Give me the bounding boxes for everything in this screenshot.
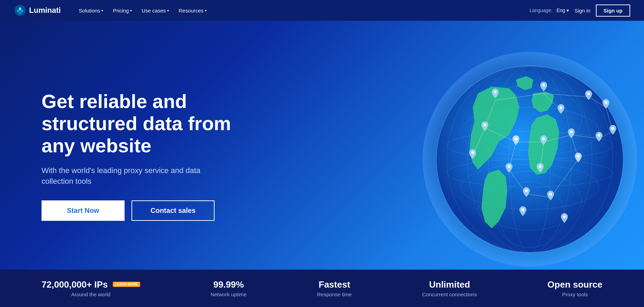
hero-text: Get reliable and structured data from an… [42,90,256,221]
stat-connections: Unlimited Concurrent connections [422,279,477,297]
nav-pricing[interactable]: Pricing ▾ [109,5,136,16]
learn-more-badge[interactable]: LEARN MORE [113,282,140,287]
contact-sales-button[interactable]: Contact sales [131,200,215,221]
stat-connections-value: Unlimited [422,279,477,290]
nav-solutions[interactable]: Solutions ▾ [75,5,108,16]
stat-ips-value: 72,000,000+ IPs [42,279,108,290]
hero-buttons: Start Now Contact sales [42,200,256,221]
start-now-button[interactable]: Start Now [42,200,125,221]
stat-uptime-value: 99.99% [210,279,246,290]
hero-subtitle: With the world's leading proxy service a… [42,165,221,187]
chevron-down-icon: ▾ [167,9,169,12]
svg-point-50 [539,165,542,168]
svg-point-54 [563,215,566,218]
stat-uptime: 99.99% Network uptime [210,279,246,297]
nav-use-cases[interactable]: Use cases ▾ [137,5,173,16]
stat-response: Fastest Response time [317,279,352,297]
stat-tools-label: Proxy tools [547,291,602,297]
stat-ips: 72,000,000+ IPs LEARN MORE Around the wo… [42,279,140,297]
nav-links: Solutions ▾ Pricing ▾ Use cases ▾ Resour… [75,5,529,16]
logo-text: Luminati [29,6,61,15]
chevron-down-icon: ▾ [205,9,207,12]
chevron-down-icon: ▾ [130,9,132,12]
logo[interactable]: Luminati [14,4,61,17]
stat-uptime-label: Network uptime [210,291,246,297]
stat-connections-label: Concurrent connections [422,291,477,297]
svg-point-52 [525,189,528,192]
stats-bar: 72,000,000+ IPs LEARN MORE Around the wo… [0,270,644,307]
globe-visualization [409,38,644,280]
sign-in-button[interactable]: Sign in [574,8,590,13]
chevron-down-icon: ▾ [566,8,569,13]
svg-point-37 [542,84,545,87]
svg-point-55 [521,208,524,211]
stat-response-label: Response time [317,291,352,297]
stat-response-value: Fastest [317,279,352,290]
language-label: Language: [529,8,552,13]
language-selector[interactable]: Language: Eng ▾ [529,8,569,13]
stat-tools-value: Open source [547,279,602,290]
hero-section: Get reliable and structured data from an… [0,0,644,307]
svg-point-40 [605,101,607,104]
hero-title: Get reliable and structured data from an… [42,90,256,157]
svg-point-39 [587,92,590,95]
svg-point-5 [19,8,21,10]
chevron-down-icon: ▾ [101,9,103,12]
svg-point-53 [549,193,552,196]
svg-point-38 [494,91,497,93]
svg-point-44 [542,137,545,140]
nav-resources[interactable]: Resources ▾ [174,5,211,16]
language-value: Eng [556,8,565,13]
hero-content: Get reliable and structured data from an… [0,21,644,270]
svg-point-47 [611,127,614,130]
svg-point-42 [483,124,486,126]
globe-svg [409,38,644,280]
nav-right: Language: Eng ▾ Sign in Sign up [529,4,630,17]
svg-point-45 [570,130,573,133]
svg-point-48 [471,151,474,154]
stat-tools: Open source Proxy tools [547,279,602,297]
svg-point-49 [508,165,510,168]
navbar: Luminati Solutions ▾ Pricing ▾ Use cases… [0,0,644,21]
svg-point-3 [21,10,23,12]
svg-point-4 [19,12,21,14]
logo-icon [14,4,26,17]
svg-point-2 [17,10,19,12]
svg-point-51 [577,155,580,157]
stat-ips-label: Around the world [42,291,140,297]
sign-up-button[interactable]: Sign up [596,4,630,17]
svg-point-43 [515,137,517,140]
svg-point-46 [598,134,600,137]
svg-point-41 [560,106,562,109]
